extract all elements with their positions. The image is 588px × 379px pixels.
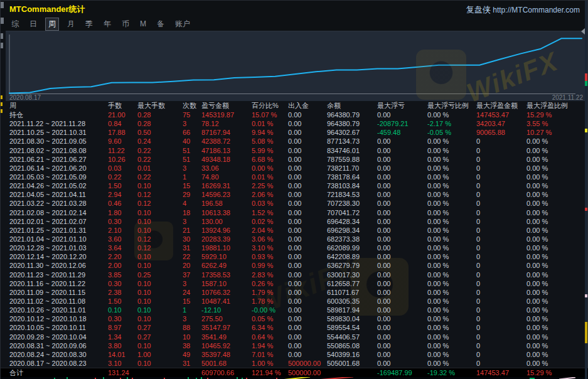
menu-item-5[interactable]: 季 (83, 18, 95, 30)
table-row[interactable]: 2020.12.14 ~ 2020.12.202.200.10225929.10… (1, 252, 588, 261)
cell: 3.10 % (252, 243, 287, 252)
table-row[interactable]: 2020.12.28 ~ 2021.01.033.640.123119881.1… (1, 243, 588, 252)
cell: 2.00 (108, 261, 136, 270)
cell: 0.27 (137, 333, 181, 341)
table-row[interactable]: 持仓21.000.2875145319.8715.07 %0.00964380.… (1, 110, 588, 119)
table-row[interactable]: 2021.06.21 ~ 2021.06.2710.260.225149348.… (1, 155, 588, 164)
menu-item-8[interactable]: M (137, 19, 149, 29)
cell: 0.99 % (252, 261, 287, 270)
cell: 0.00 % (427, 288, 475, 297)
cell: 38 (183, 341, 200, 350)
cell: 589817.94 (327, 306, 376, 314)
cell: 21.00 (108, 110, 136, 119)
stats-period-menubar: 综日周月季年币M备账户 (1, 17, 587, 31)
table-row[interactable]: 2021.03.22 ~ 2021.03.280.460.124196.580.… (1, 199, 588, 208)
table-row[interactable]: 2020.10.12 ~ 2020.10.180.300.103275.500.… (1, 314, 588, 323)
table-row[interactable]: 2021.01.25 ~ 2021.01.312.100.102113924.9… (1, 226, 588, 235)
table-row[interactable]: 2021.04.05 ~ 2021.04.112.940.122914596.2… (1, 190, 588, 199)
table-row[interactable]: 2021.08.02 ~ 2021.08.0811.220.225147186.… (1, 146, 588, 155)
cell: 0.00 (288, 288, 326, 297)
cell: 3.85 (108, 270, 136, 279)
menu-item-3[interactable]: 周 (45, 18, 59, 31)
table-row[interactable]: 2020.11.23 ~ 2020.11.293.850.253717358.5… (1, 270, 588, 279)
cell: 0.00 % (427, 208, 475, 217)
table-row[interactable]: 2020.08.31 ~ 2020.09.063.800.103810465.9… (1, 341, 588, 350)
cell: 0 (476, 341, 525, 350)
table-row[interactable]: 2020.11.16 ~ 2020.11.220.300.1031587.100… (1, 279, 588, 288)
header-cell: 百分比% (252, 101, 287, 110)
menu-item-9[interactable]: 备 (154, 18, 167, 30)
table-row[interactable]: 2021.02.08 ~ 2021.02.141.800.101810613.3… (1, 208, 588, 217)
table-row[interactable]: 2021.01.04 ~ 2021.01.103.600.123020283.3… (1, 235, 588, 243)
cell: 31 (183, 359, 200, 368)
table-row[interactable]: 2021.02.01 ~ 2021.02.070.300.103130.000.… (1, 217, 588, 226)
cell: 147453.47 (476, 368, 525, 377)
cell: 0.00 (377, 288, 426, 297)
table-row[interactable]: 2020.11.02 ~ 2020.11.081.500.101510487.4… (1, 297, 588, 306)
cell: 0.26 % (252, 279, 287, 288)
cell: 87167.94 (201, 128, 250, 137)
table-row[interactable]: 2021.05.03 ~ 2021.05.090.220.22174.800.0… (1, 173, 588, 181)
table-row[interactable]: 2021.08.30 ~ 2021.09.059.600.244042388.7… (1, 137, 588, 146)
cell: 21 (183, 226, 200, 235)
cell: 0.00 (377, 270, 426, 279)
cell: 0.00 (377, 235, 426, 243)
edge-artifact (1, 33, 3, 39)
table-row[interactable]: 2020.11.09 ~ 2020.11.152.380.102410766.3… (1, 288, 588, 297)
cell: 0.22 (108, 173, 136, 181)
table-row[interactable]: 2021.11.22 ~ 2021.11.280.840.28378.120.0… (1, 119, 588, 128)
table-row[interactable]: 2020.09.28 ~ 2020.10.041.340.27103541.49… (1, 333, 588, 341)
table-row[interactable]: 2020.08.24 ~ 2020.08.3014.011.004935397.… (1, 350, 588, 359)
cell: 0.10 (137, 208, 181, 217)
cell: 2.06 % (252, 190, 287, 199)
menu-item-7[interactable]: 币 (119, 18, 132, 30)
table-row[interactable]: 2021.10.25 ~ 2021.10.3117.880.506687167.… (1, 128, 588, 137)
cell: 2021.10.25 ~ 2021.10.31 (9, 128, 107, 137)
table-row[interactable]: 2021.04.26 ~ 2021.05.021.500.101516269.3… (1, 181, 588, 190)
title-bar[interactable]: MTCommander统计 复盘侠 http://MTCommander.com (1, 1, 587, 17)
cell: 35147.97 (201, 323, 250, 332)
menu-item-10[interactable]: 账户 (173, 18, 193, 30)
cell: 2020.08.31 ~ 2020.09.06 (9, 341, 107, 350)
cell: 10487.41 (201, 297, 250, 306)
cell: 0.00 (377, 110, 426, 119)
table-row[interactable]: 2020.10.05 ~ 2020.10.118.970.278835147.9… (1, 323, 588, 332)
menu-item-4[interactable]: 月 (65, 18, 77, 30)
cell: 0.00 (377, 190, 426, 199)
cell: 0.00 % (527, 279, 587, 288)
cell: 0.00 % (527, 350, 587, 359)
table-row[interactable]: 2020.10.26 ~ 2020.11.010.100.101-12.10-0… (1, 306, 588, 314)
cell: 0.10 (137, 297, 181, 306)
cell: 74.80 (201, 173, 250, 181)
cell: -0.05 % (427, 128, 475, 137)
cell: 147453.47 (476, 110, 525, 119)
cell: 0.00 (377, 350, 426, 359)
cell: 2021.04.26 ~ 2021.05.02 (9, 181, 107, 190)
cell: 609700.66 (201, 368, 250, 377)
cell: 2.25 % (252, 181, 287, 190)
brand-url[interactable]: http://MTCommander.com (493, 6, 580, 14)
menu-item-2[interactable]: 日 (27, 18, 40, 30)
menu-item-1[interactable]: 综 (9, 18, 21, 30)
table-row[interactable]: 2020.11.30 ~ 2020.12.062.000.10206262.49… (1, 261, 588, 270)
cell: 2020.11.30 ~ 2020.12.06 (9, 261, 107, 270)
table-row[interactable]: 2021.06.14 ~ 2021.06.200.030.01333.060.0… (1, 164, 588, 173)
cell: 0.00 (288, 252, 326, 261)
cell: 0.00 % (527, 359, 587, 368)
cell: 6262.49 (201, 261, 250, 270)
cell: 0.00 (288, 261, 326, 270)
cell: 3.06 % (252, 235, 287, 243)
cell: 0.00 (377, 261, 426, 270)
cell: 0.00 % (427, 333, 475, 341)
edge-artifact (1, 43, 3, 48)
cell: 877134.73 (327, 137, 376, 146)
table-row[interactable]: 2020.08.17 ~ 2020.08.233.100.10315001.68… (1, 359, 588, 368)
total-row[interactable]: 合计131.24609700.66121.94 %500000.00-16948… (1, 368, 588, 377)
edge-marker-red (585, 73, 587, 81)
cell: 696428.34 (327, 217, 376, 226)
cell: 10.27 % (527, 128, 587, 137)
cell: 500000.00 (288, 368, 326, 377)
cell: 0.00 (288, 217, 326, 226)
cell: 0 (476, 137, 525, 146)
menu-item-6[interactable]: 年 (101, 18, 114, 30)
